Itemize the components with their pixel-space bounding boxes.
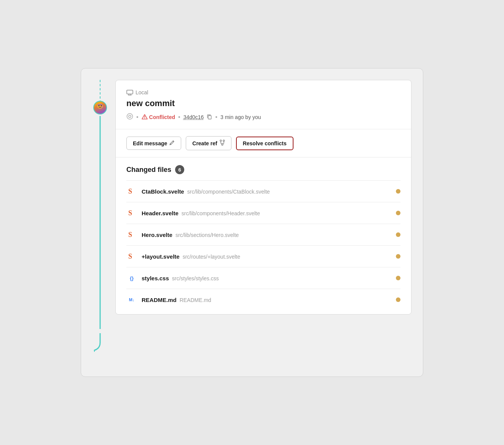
svelte-icon: S bbox=[126, 251, 137, 262]
file-item[interactable]: M↓ README.md README.md bbox=[126, 289, 400, 310]
check-icon bbox=[126, 113, 133, 121]
copy-icon-svg[interactable] bbox=[207, 114, 212, 119]
svelte-logo-icon: S bbox=[127, 252, 136, 261]
file-status-dot bbox=[396, 211, 400, 215]
timeline-curve-svg bbox=[93, 333, 108, 352]
commit-time: 3 min ago by you bbox=[220, 114, 261, 120]
svg-point-6 bbox=[129, 115, 131, 118]
avatar bbox=[93, 101, 107, 114]
file-path: src/routes/+layout.svelte bbox=[183, 254, 240, 260]
file-item[interactable]: S +layout.svelte src/routes/+layout.svel… bbox=[126, 245, 400, 267]
fork-icon-svg bbox=[220, 140, 225, 146]
file-path: src/lib/components/Header.svelte bbox=[182, 210, 260, 216]
create-ref-button[interactable]: Create ref bbox=[186, 136, 231, 150]
svg-text:S: S bbox=[128, 253, 132, 260]
svelte-icon: S bbox=[126, 229, 137, 240]
svg-rect-9 bbox=[208, 116, 211, 119]
file-item[interactable]: {} styles.css src/styles/styles.css bbox=[126, 267, 400, 289]
git-timeline bbox=[89, 80, 112, 365]
meta-dot-2: • bbox=[178, 114, 180, 121]
pencil-icon-svg bbox=[169, 140, 175, 145]
file-status-dot bbox=[396, 189, 400, 194]
conflicted-status: Conflicted bbox=[142, 114, 175, 121]
main-container: Local new commit • bbox=[81, 68, 423, 377]
edit-message-label: Edit message bbox=[133, 140, 167, 146]
commit-title: new commit bbox=[126, 99, 400, 108]
action-buttons: Edit message Create ref bbox=[116, 129, 411, 157]
file-status-dot bbox=[396, 254, 400, 259]
file-path: src/styles/styles.css bbox=[172, 275, 219, 281]
commit-meta: • Conflicted • 34d0c16 bbox=[126, 113, 400, 121]
triangle-warning-icon bbox=[142, 114, 148, 119]
fork-icon bbox=[220, 140, 225, 147]
commit-hash[interactable]: 34d0c16 bbox=[183, 114, 204, 120]
warning-icon bbox=[142, 114, 148, 121]
files-count-badge: 6 bbox=[175, 165, 184, 174]
conflicted-label: Conflicted bbox=[149, 114, 175, 120]
svg-point-3 bbox=[101, 105, 102, 106]
md-icon: M↓ bbox=[126, 294, 137, 305]
file-name: styles.css bbox=[142, 275, 169, 281]
commit-card: Local new commit • bbox=[115, 80, 411, 315]
file-name: README.md bbox=[142, 297, 177, 303]
svg-text:S: S bbox=[128, 188, 132, 195]
svelte-logo-icon: S bbox=[127, 208, 136, 218]
svg-point-11 bbox=[220, 140, 222, 141]
changed-files-section: Changed files 6 S CtaBlock.svelte src/li… bbox=[116, 157, 411, 314]
timeline-line-top bbox=[100, 80, 100, 103]
svelte-logo-icon: S bbox=[127, 230, 136, 239]
location-label: Local bbox=[126, 89, 400, 95]
pencil-icon bbox=[169, 140, 175, 146]
timeline-curve bbox=[93, 333, 108, 354]
file-path: README.md bbox=[180, 297, 211, 303]
card-header: Local new commit • bbox=[116, 80, 411, 129]
resolve-conflicts-button[interactable]: Resolve conflicts bbox=[236, 137, 293, 150]
file-name: Header.svelte bbox=[142, 210, 179, 216]
file-info: Hero.svelte src/lib/sections/Hero.svelte bbox=[142, 232, 391, 238]
file-path: src/lib/sections/Hero.svelte bbox=[175, 232, 239, 238]
file-name: Hero.svelte bbox=[142, 232, 172, 238]
meta-dot-1: • bbox=[136, 114, 139, 121]
file-item[interactable]: S Header.svelte src/lib/components/Heade… bbox=[126, 202, 400, 224]
file-info: Header.svelte src/lib/components/Header.… bbox=[142, 210, 391, 216]
css-icon: {} bbox=[126, 273, 137, 283]
avatar-svg bbox=[94, 102, 106, 114]
svelte-icon: S bbox=[126, 186, 137, 197]
resolve-conflicts-label: Resolve conflicts bbox=[243, 140, 287, 146]
file-name: +layout.svelte bbox=[142, 253, 180, 260]
svg-point-1 bbox=[97, 103, 103, 109]
file-path: src/lib/components/CtaBlock.svelte bbox=[187, 189, 270, 195]
meta-dot-3: • bbox=[215, 114, 217, 121]
file-status-dot bbox=[396, 297, 400, 302]
svg-text:S: S bbox=[128, 209, 132, 217]
files-header: Changed files 6 bbox=[126, 165, 400, 174]
file-info: styles.css src/styles/styles.css bbox=[142, 275, 391, 281]
location-text: Local bbox=[136, 89, 148, 95]
file-status-dot bbox=[396, 232, 400, 237]
create-ref-label: Create ref bbox=[192, 140, 217, 146]
file-status-dot bbox=[396, 276, 400, 280]
file-list: S CtaBlock.svelte src/lib/components/Cta… bbox=[126, 180, 400, 310]
svg-point-5 bbox=[127, 114, 133, 119]
timeline-line-main bbox=[100, 116, 101, 329]
files-title: Changed files bbox=[126, 166, 171, 174]
avatar-image bbox=[94, 102, 106, 114]
svg-rect-4 bbox=[127, 90, 133, 94]
svg-point-12 bbox=[223, 140, 225, 141]
file-item[interactable]: S Hero.svelte src/lib/sections/Hero.svel… bbox=[126, 224, 400, 245]
file-info: +layout.svelte src/routes/+layout.svelte bbox=[142, 253, 391, 260]
edit-message-button[interactable]: Edit message bbox=[126, 137, 181, 150]
copy-icon[interactable] bbox=[207, 114, 212, 121]
svg-text:S: S bbox=[128, 231, 132, 238]
svg-point-8 bbox=[144, 118, 145, 119]
svelte-icon: S bbox=[126, 208, 137, 218]
monitor-icon bbox=[126, 90, 133, 95]
circle-check-icon bbox=[126, 113, 133, 120]
file-info: README.md README.md bbox=[142, 297, 391, 303]
svg-point-2 bbox=[99, 105, 100, 106]
file-name: CtaBlock.svelte bbox=[142, 188, 184, 195]
file-item[interactable]: S CtaBlock.svelte src/lib/components/Cta… bbox=[126, 180, 400, 202]
file-info: CtaBlock.svelte src/lib/components/CtaBl… bbox=[142, 188, 391, 195]
svelte-logo-icon: S bbox=[127, 187, 136, 196]
